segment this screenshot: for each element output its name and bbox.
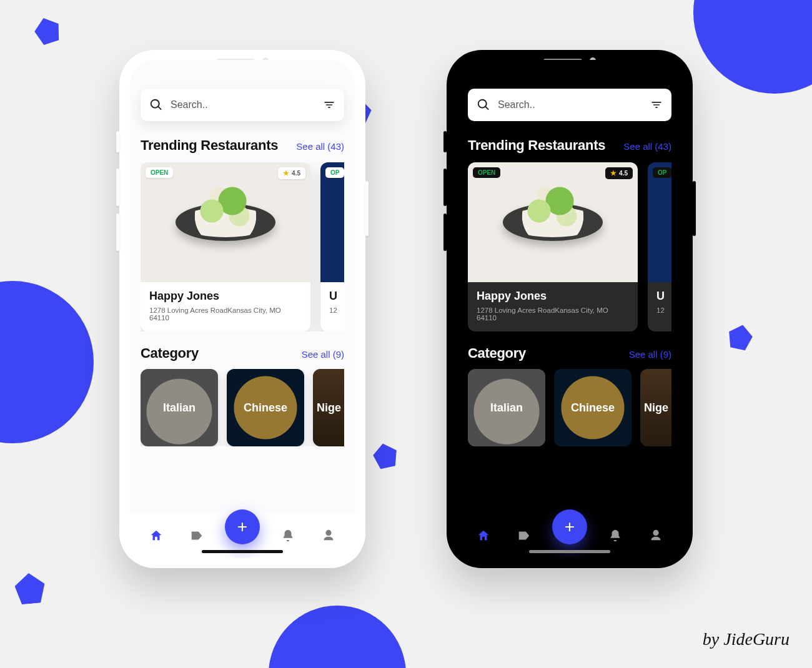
category-label: Chinese [571, 401, 615, 415]
search-input[interactable] [498, 99, 643, 111]
restaurant-image: OP [648, 162, 671, 282]
plus-icon: + [565, 517, 575, 537]
trending-see-all[interactable]: See all (43) [623, 141, 671, 152]
category-card[interactable]: Chinese [554, 369, 631, 446]
search-icon [149, 98, 163, 112]
plus-icon: + [237, 517, 247, 537]
star-icon: ★ [283, 169, 289, 177]
category-see-all[interactable]: See all (9) [629, 349, 671, 360]
search-icon [477, 98, 490, 112]
search-bar[interactable] [141, 89, 344, 121]
search-bar[interactable] [468, 89, 671, 121]
filter-icon[interactable] [323, 99, 335, 111]
category-label: Nige [317, 401, 341, 415]
restaurant-card[interactable]: OPEN ★ 4.5 Happy Jones 1278 Loving Acres… [468, 162, 638, 332]
trending-carousel[interactable]: OPEN ★ 4.5 Happy Jones 1278 Loving Acres… [141, 162, 344, 332]
nav-user[interactable] [316, 523, 341, 548]
category-title: Category [468, 345, 526, 361]
nav-user[interactable] [643, 523, 668, 548]
phone-light: Trending Restaurants See all (43) OPEN ★… [119, 50, 365, 568]
trending-title: Trending Restaurants [468, 137, 605, 154]
nav-bell[interactable] [275, 523, 300, 548]
restaurant-image: OPEN ★ 4.5 [468, 162, 638, 282]
nav-home[interactable] [144, 523, 169, 548]
decoration-circle [269, 606, 406, 668]
restaurant-address: 1278 Loving Acres RoadKansas City, MO 64… [149, 307, 302, 322]
restaurant-name: Happy Jones [149, 290, 302, 303]
restaurant-card[interactable]: OPEN ★ 4.5 Happy Jones 1278 Loving Acres… [141, 162, 310, 332]
search-input[interactable] [171, 99, 315, 111]
category-carousel[interactable]: Italian Chinese Nige [141, 369, 344, 446]
decoration-pentagon [31, 14, 64, 47]
nav-home[interactable] [471, 523, 496, 548]
status-badge: OPEN [473, 167, 500, 178]
status-badge: OP [653, 167, 671, 178]
decoration-pentagon [13, 572, 47, 606]
restaurant-name: U [329, 290, 344, 303]
home-indicator [529, 550, 610, 553]
phone-dark: Trending Restaurants See all (43) OPEN ★… [447, 50, 693, 568]
category-card[interactable]: Chinese [227, 369, 304, 446]
restaurant-address: 1278 Loving Acres RoadKansas City, MO 64… [477, 307, 629, 322]
rating-badge: ★ 4.5 [605, 167, 633, 179]
trending-see-all[interactable]: See all (43) [296, 141, 344, 152]
category-card[interactable]: Nige [313, 369, 344, 446]
category-title: Category [141, 345, 199, 361]
nav-label[interactable] [184, 523, 209, 548]
category-carousel[interactable]: Italian Chinese Nige [468, 369, 671, 446]
category-label: Chinese [244, 401, 287, 415]
credit-text: by JideGuru [703, 629, 790, 649]
restaurant-address: 12 [656, 307, 671, 314]
trending-title: Trending Restaurants [141, 137, 278, 154]
nav-bell[interactable] [603, 523, 628, 548]
rating-badge: ★ 4.5 [278, 167, 305, 179]
category-label: Italian [163, 401, 196, 415]
fab-add-button[interactable]: + [552, 509, 587, 544]
home-indicator [202, 550, 283, 553]
category-card[interactable]: Italian [468, 369, 545, 446]
status-badge: OPEN [146, 167, 173, 178]
category-see-all[interactable]: See all (9) [302, 349, 344, 360]
status-badge: OP [325, 167, 344, 178]
restaurant-card[interactable]: OP U 12 [648, 162, 671, 332]
category-card[interactable]: Italian [141, 369, 218, 446]
restaurant-image: OPEN ★ 4.5 [141, 162, 310, 282]
restaurant-name: Happy Jones [477, 290, 629, 303]
restaurant-image: OP [320, 162, 344, 282]
category-card[interactable]: Nige [640, 369, 671, 446]
restaurant-address: 12 [329, 307, 344, 314]
star-icon: ★ [610, 169, 616, 177]
trending-carousel[interactable]: OPEN ★ 4.5 Happy Jones 1278 Loving Acres… [468, 162, 671, 332]
category-label: Italian [490, 401, 523, 415]
restaurant-card[interactable]: OP U 12 [320, 162, 344, 332]
fab-add-button[interactable]: + [225, 509, 260, 544]
category-label: Nige [644, 401, 668, 415]
restaurant-name: U [656, 290, 671, 303]
filter-icon[interactable] [650, 99, 663, 111]
nav-label[interactable] [512, 523, 537, 548]
